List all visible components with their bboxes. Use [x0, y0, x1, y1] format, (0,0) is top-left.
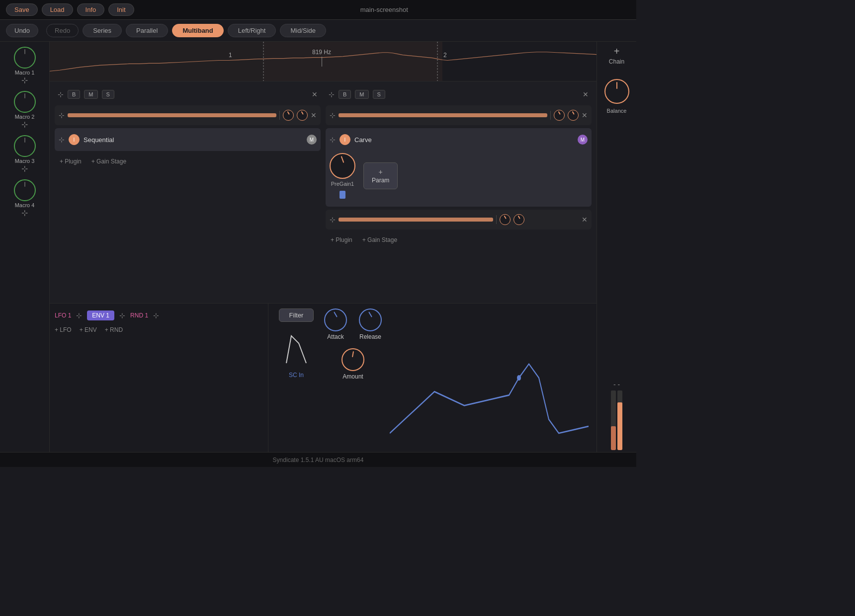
- carve-power-button[interactable]: I: [340, 134, 350, 145]
- macro3-move-icon[interactable]: ⊹: [21, 164, 28, 173]
- chain1-add-plugin-button[interactable]: + Plugin: [58, 157, 84, 166]
- carve-drag-icon[interactable]: ⊹: [330, 136, 336, 144]
- macro2-knob[interactable]: [14, 91, 36, 113]
- balance-knob[interactable]: [604, 79, 629, 104]
- plugin1-knob-a[interactable]: [283, 110, 294, 121]
- release-knob[interactable]: [359, 308, 382, 331]
- chain1-add-gainstage-button[interactable]: + Gain Stage: [89, 157, 128, 166]
- redo-button[interactable]: Redo: [46, 24, 79, 37]
- parallel-button[interactable]: Parallel: [126, 24, 168, 37]
- multiband-button[interactable]: Multiband: [172, 24, 223, 37]
- chain2-s-button[interactable]: S: [373, 90, 385, 99]
- carve-controls: PreGain1 + Param: [330, 149, 588, 203]
- plugin2-knob-a[interactable]: [554, 110, 565, 121]
- sequential-m-badge[interactable]: M: [307, 135, 317, 145]
- attack-group: Attack: [324, 308, 347, 340]
- chain2-b-button[interactable]: B: [339, 90, 351, 99]
- chain1-add-row: + Plugin + Gain Stage: [55, 155, 321, 168]
- macro1-knob[interactable]: [14, 47, 36, 69]
- macro1-move-icon[interactable]: ⊹: [21, 76, 28, 85]
- mod-add-row: + LFO + ENV + RND: [55, 326, 263, 333]
- attack-knob[interactable]: [324, 308, 347, 331]
- main-content: Macro 1 ⊹ Macro 2 ⊹ Macro 3 ⊹ Macro 4 ⊹: [0, 42, 636, 467]
- balance-section: Balance: [604, 79, 629, 114]
- chain2-plugin-row1-header: ⊹ ✕: [330, 108, 588, 122]
- add-chain-button[interactable]: + Chain: [609, 46, 624, 65]
- plugin3-knob-a[interactable]: [500, 214, 511, 225]
- chain2-drag-icon[interactable]: ⊹: [329, 90, 335, 98]
- chain2-add-plugin-button[interactable]: + Plugin: [329, 235, 354, 244]
- bottom-section: LFO 1 ⊹ ENV 1 ⊹ RND 1 ⊹ + LFO + ENV + RN…: [50, 303, 597, 452]
- sequential-drag-icon[interactable]: ⊹: [59, 136, 65, 144]
- lfo1-drag-icon[interactable]: ⊹: [76, 311, 82, 319]
- macro4-knob[interactable]: [14, 179, 36, 201]
- chain1-close-icon[interactable]: ✕: [312, 90, 318, 98]
- add-rnd-button[interactable]: + RND: [105, 326, 123, 333]
- vu-meters: [611, 390, 622, 450]
- chain2-m-button[interactable]: M: [355, 90, 368, 99]
- filter-col: Filter SC In: [276, 308, 316, 447]
- plugin3-knob-b[interactable]: [513, 214, 524, 225]
- macro4-container: Macro 4 ⊹: [14, 179, 36, 218]
- mode-bar: Undo Redo Series Parallel Multiband Left…: [0, 20, 636, 42]
- sc-in-button[interactable]: SC In: [289, 372, 304, 379]
- plugin3-drag-icon[interactable]: ⊹: [330, 216, 336, 224]
- chain2-close-icon[interactable]: ✕: [583, 90, 589, 98]
- info-button[interactable]: Info: [77, 3, 105, 16]
- carve-plugin: ⊹ I Carve M PreGain1 +: [326, 128, 592, 207]
- init-button[interactable]: Init: [108, 3, 134, 16]
- macro2-move-icon[interactable]: ⊹: [21, 120, 28, 129]
- amount-knob[interactable]: [342, 348, 364, 371]
- sequential-name: Sequential: [84, 136, 303, 144]
- macro3-container: Macro 3 ⊹: [14, 135, 36, 173]
- top-bar: Save Load Info Init main-screenshot: [0, 0, 636, 20]
- filter-section: Filter SC In Attack: [268, 304, 597, 452]
- vu-meter-2-fill: [617, 402, 622, 450]
- sep1: [279, 111, 280, 120]
- sep3: [496, 215, 497, 224]
- chain1-b-button[interactable]: B: [68, 90, 80, 99]
- band2-label: 2: [443, 52, 447, 59]
- save-button[interactable]: Save: [6, 3, 38, 16]
- chain1-s-button[interactable]: S: [102, 90, 114, 99]
- load-button[interactable]: Load: [42, 3, 73, 16]
- vu-dash-text: - -: [613, 381, 620, 388]
- env1-drag-icon[interactable]: ⊹: [119, 311, 125, 319]
- plugin2-drag-icon[interactable]: ⊹: [330, 111, 336, 119]
- macro4-move-icon[interactable]: ⊹: [21, 208, 28, 218]
- mod-row: LFO 1 ⊹ ENV 1 ⊹ RND 1 ⊹: [55, 308, 263, 322]
- chain-plus-icon: +: [614, 46, 620, 57]
- env1-badge[interactable]: ENV 1: [87, 310, 114, 320]
- chain1-drag-icon[interactable]: ⊹: [58, 90, 64, 98]
- balance-label: Balance: [607, 108, 627, 114]
- plugin1-close-icon[interactable]: ✕: [311, 111, 317, 119]
- plugin2-close-icon[interactable]: ✕: [582, 111, 588, 119]
- midside-button[interactable]: Mid/Side: [280, 24, 326, 37]
- chain1-m-button[interactable]: M: [84, 90, 97, 99]
- undo-button[interactable]: Undo: [6, 24, 38, 37]
- plugin2-knob-b[interactable]: [568, 110, 579, 121]
- carve-m-badge[interactable]: M: [578, 135, 588, 145]
- vu-section: - - Output: [608, 381, 625, 463]
- filter-button[interactable]: Filter: [279, 308, 314, 322]
- chain2-add-gainstage-button[interactable]: + Gain Stage: [360, 235, 399, 244]
- sequential-power-button[interactable]: I: [69, 134, 80, 145]
- param-button[interactable]: + Param: [363, 162, 398, 189]
- plugin1-drag-icon[interactable]: ⊹: [59, 111, 65, 119]
- series-button[interactable]: Series: [83, 24, 122, 37]
- pregain-control: PreGain1: [330, 153, 355, 199]
- carve-name: Carve: [354, 136, 574, 144]
- status-bar: Syndicate 1.5.1 AU macOS arm64: [0, 452, 636, 467]
- rnd1-drag-icon[interactable]: ⊹: [153, 311, 159, 319]
- plugin1-knob-b[interactable]: [297, 110, 308, 121]
- macro2-container: Macro 2 ⊹: [14, 91, 36, 129]
- add-env-button[interactable]: + ENV: [80, 326, 97, 333]
- leftright-button[interactable]: Left/Right: [228, 24, 276, 37]
- plugin3-close-icon[interactable]: ✕: [582, 216, 588, 224]
- status-text: Syndicate 1.5.1 AU macOS arm64: [273, 457, 364, 463]
- pregain-knob[interactable]: [330, 153, 355, 179]
- lfo1-label: LFO 1: [55, 312, 71, 319]
- attack-label: Attack: [327, 333, 343, 340]
- macro3-knob[interactable]: [14, 135, 36, 157]
- add-lfo-button[interactable]: + LFO: [55, 326, 72, 333]
